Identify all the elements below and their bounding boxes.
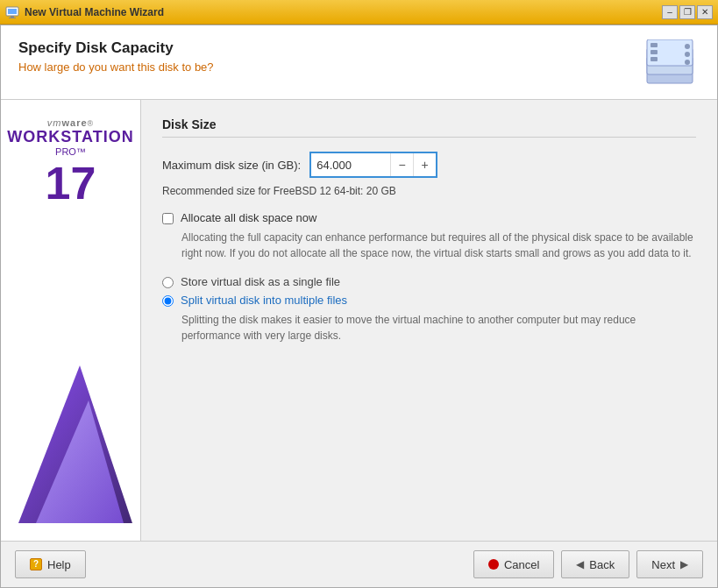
disk-size-input-group: − + <box>309 152 437 178</box>
disk-stack-icon <box>643 39 700 87</box>
back-label: Back <box>589 558 615 571</box>
multiple-files-label[interactable]: Split virtual disk into multiple files <box>181 294 347 307</box>
allocate-checkbox[interactable] <box>162 213 174 224</box>
cancel-button[interactable]: Cancel <box>473 550 554 578</box>
svg-rect-1 <box>8 9 17 14</box>
vm-icon <box>5 5 19 19</box>
header-icon-area <box>643 39 700 87</box>
sidebar-decoration <box>10 348 132 523</box>
recommended-text: Recommended size for FreeBSD 12 64-bit: … <box>162 185 696 197</box>
help-label: Help <box>47 558 71 571</box>
single-file-radio-row: Store virtual disk as a single file <box>162 275 696 288</box>
section-title: Disk Size <box>162 117 696 138</box>
close-button[interactable]: ✕ <box>697 5 713 19</box>
svg-rect-2 <box>11 16 14 18</box>
next-label: Next <box>651 558 675 571</box>
cancel-icon <box>488 559 499 570</box>
multiple-files-radio-row: Split virtual disk into multiple files <box>162 294 696 307</box>
content-area: vmware® WORKSTATION PRO™ 17 <box>1 100 717 541</box>
vmware-logo: vmware® WORKSTATION PRO™ 17 <box>7 117 133 206</box>
main-panel: Disk Size Maximum disk size (in GB): − +… <box>141 100 717 541</box>
header-text: Specify Disk Capacity How large do you w… <box>18 39 214 74</box>
disk-size-label: Maximum disk size (in GB): <box>162 159 301 172</box>
single-file-radio[interactable] <box>162 277 174 288</box>
disk-size-decrement[interactable]: − <box>390 153 413 176</box>
multiple-files-description: Splitting the disk makes it easier to mo… <box>181 312 696 344</box>
titlebar: New Virtual Machine Wizard – ❐ ✕ <box>0 0 718 25</box>
svg-rect-7 <box>650 43 658 47</box>
svg-rect-3 <box>9 18 16 18</box>
disk-size-input[interactable] <box>311 153 390 176</box>
single-file-label[interactable]: Store virtual disk as a single file <box>181 275 340 288</box>
disk-size-increment[interactable]: + <box>413 153 436 176</box>
page-subtitle: How large do you want this disk to be? <box>18 60 214 74</box>
titlebar-title: New Virtual Machine Wizard <box>25 6 657 18</box>
sidebar: vmware® WORKSTATION PRO™ 17 <box>1 100 141 541</box>
page-title: Specify Disk Capacity <box>18 39 214 57</box>
back-button[interactable]: ◀ Back <box>561 550 629 578</box>
allocate-checkbox-row: Allocate all disk space now <box>162 211 696 224</box>
footer: ? Help Cancel ◀ Back Next ▶ <box>1 541 717 587</box>
svg-point-10 <box>685 44 690 49</box>
svg-rect-9 <box>650 57 658 61</box>
restore-button[interactable]: ❐ <box>679 5 695 19</box>
vmware-brand: vmware® <box>7 117 133 128</box>
sidebar-graphic <box>10 348 132 523</box>
header: Specify Disk Capacity How large do you w… <box>1 25 717 100</box>
main-window: Specify Disk Capacity How large do you w… <box>0 25 718 588</box>
product-version: 17 <box>7 160 133 206</box>
svg-point-11 <box>685 52 690 57</box>
help-icon: ? <box>30 558 42 570</box>
help-button[interactable]: ? Help <box>15 550 86 578</box>
svg-point-12 <box>685 60 690 65</box>
titlebar-controls: – ❐ ✕ <box>662 5 713 19</box>
next-button[interactable]: Next ▶ <box>636 550 703 578</box>
footer-left: ? Help <box>15 550 86 578</box>
product-name: WORKSTATION <box>7 128 133 146</box>
next-icon: ▶ <box>680 558 688 570</box>
svg-rect-8 <box>650 50 658 54</box>
multiple-files-radio[interactable] <box>162 295 174 307</box>
back-icon: ◀ <box>576 558 584 570</box>
footer-right: Cancel ◀ Back Next ▶ <box>473 550 703 578</box>
minimize-button[interactable]: – <box>662 5 678 19</box>
allocate-label[interactable]: Allocate all disk space now <box>181 211 316 224</box>
allocate-description: Allocating the full capacity can enhance… <box>181 230 696 261</box>
disk-size-row: Maximum disk size (in GB): − + <box>162 152 696 178</box>
cancel-label: Cancel <box>504 558 539 571</box>
product-tier: PRO™ <box>7 146 133 157</box>
